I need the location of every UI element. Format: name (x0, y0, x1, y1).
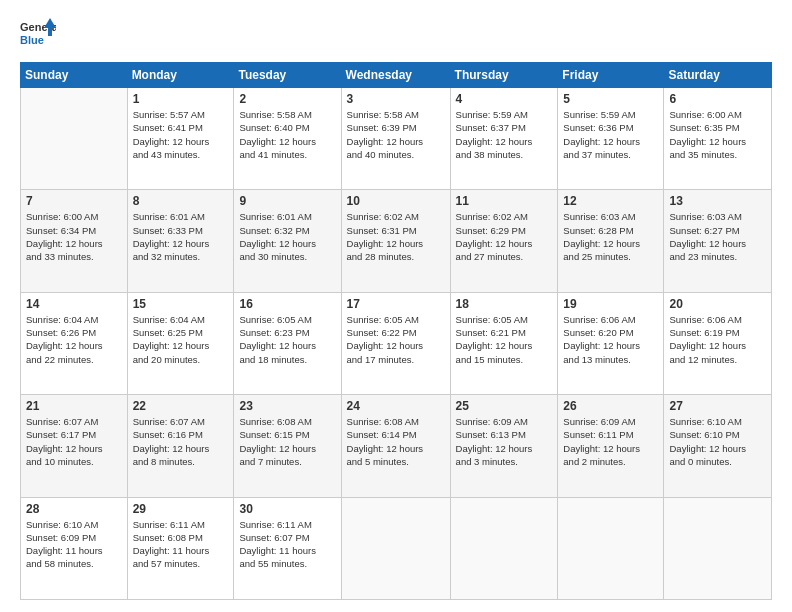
day-info: Sunrise: 6:05 AMSunset: 6:22 PMDaylight:… (347, 313, 445, 366)
day-cell: 11Sunrise: 6:02 AMSunset: 6:29 PMDayligh… (450, 190, 558, 292)
day-cell: 14Sunrise: 6:04 AMSunset: 6:26 PMDayligh… (21, 292, 128, 394)
day-number: 2 (239, 92, 335, 106)
day-number: 8 (133, 194, 229, 208)
day-cell: 12Sunrise: 6:03 AMSunset: 6:28 PMDayligh… (558, 190, 664, 292)
week-row-5: 28Sunrise: 6:10 AMSunset: 6:09 PMDayligh… (21, 497, 772, 599)
day-info: Sunrise: 6:09 AMSunset: 6:11 PMDaylight:… (563, 415, 658, 468)
day-cell: 3Sunrise: 5:58 AMSunset: 6:39 PMDaylight… (341, 88, 450, 190)
day-cell: 15Sunrise: 6:04 AMSunset: 6:25 PMDayligh… (127, 292, 234, 394)
day-number: 17 (347, 297, 445, 311)
day-cell: 8Sunrise: 6:01 AMSunset: 6:33 PMDaylight… (127, 190, 234, 292)
day-number: 21 (26, 399, 122, 413)
day-number: 28 (26, 502, 122, 516)
logo-icon: General Blue (20, 16, 56, 52)
day-cell: 28Sunrise: 6:10 AMSunset: 6:09 PMDayligh… (21, 497, 128, 599)
day-info: Sunrise: 6:06 AMSunset: 6:20 PMDaylight:… (563, 313, 658, 366)
day-cell: 25Sunrise: 6:09 AMSunset: 6:13 PMDayligh… (450, 395, 558, 497)
col-header-sunday: Sunday (21, 63, 128, 88)
day-cell: 29Sunrise: 6:11 AMSunset: 6:08 PMDayligh… (127, 497, 234, 599)
day-cell (450, 497, 558, 599)
day-info: Sunrise: 6:04 AMSunset: 6:26 PMDaylight:… (26, 313, 122, 366)
day-cell (21, 88, 128, 190)
day-info: Sunrise: 6:05 AMSunset: 6:23 PMDaylight:… (239, 313, 335, 366)
day-info: Sunrise: 6:09 AMSunset: 6:13 PMDaylight:… (456, 415, 553, 468)
day-info: Sunrise: 6:11 AMSunset: 6:08 PMDaylight:… (133, 518, 229, 571)
day-number: 24 (347, 399, 445, 413)
day-cell: 6Sunrise: 6:00 AMSunset: 6:35 PMDaylight… (664, 88, 772, 190)
day-number: 16 (239, 297, 335, 311)
week-row-3: 14Sunrise: 6:04 AMSunset: 6:26 PMDayligh… (21, 292, 772, 394)
day-cell: 4Sunrise: 5:59 AMSunset: 6:37 PMDaylight… (450, 88, 558, 190)
day-cell: 5Sunrise: 5:59 AMSunset: 6:36 PMDaylight… (558, 88, 664, 190)
day-info: Sunrise: 6:03 AMSunset: 6:27 PMDaylight:… (669, 210, 766, 263)
week-row-1: 1Sunrise: 5:57 AMSunset: 6:41 PMDaylight… (21, 88, 772, 190)
day-info: Sunrise: 6:05 AMSunset: 6:21 PMDaylight:… (456, 313, 553, 366)
day-cell: 10Sunrise: 6:02 AMSunset: 6:31 PMDayligh… (341, 190, 450, 292)
day-cell: 23Sunrise: 6:08 AMSunset: 6:15 PMDayligh… (234, 395, 341, 497)
day-cell: 19Sunrise: 6:06 AMSunset: 6:20 PMDayligh… (558, 292, 664, 394)
day-number: 5 (563, 92, 658, 106)
day-cell (341, 497, 450, 599)
day-info: Sunrise: 6:02 AMSunset: 6:31 PMDaylight:… (347, 210, 445, 263)
day-cell: 26Sunrise: 6:09 AMSunset: 6:11 PMDayligh… (558, 395, 664, 497)
day-cell: 21Sunrise: 6:07 AMSunset: 6:17 PMDayligh… (21, 395, 128, 497)
day-number: 9 (239, 194, 335, 208)
day-number: 1 (133, 92, 229, 106)
day-number: 25 (456, 399, 553, 413)
day-number: 29 (133, 502, 229, 516)
day-cell: 16Sunrise: 6:05 AMSunset: 6:23 PMDayligh… (234, 292, 341, 394)
day-cell: 22Sunrise: 6:07 AMSunset: 6:16 PMDayligh… (127, 395, 234, 497)
day-cell: 17Sunrise: 6:05 AMSunset: 6:22 PMDayligh… (341, 292, 450, 394)
col-header-saturday: Saturday (664, 63, 772, 88)
col-header-thursday: Thursday (450, 63, 558, 88)
day-number: 13 (669, 194, 766, 208)
day-cell: 9Sunrise: 6:01 AMSunset: 6:32 PMDaylight… (234, 190, 341, 292)
day-number: 10 (347, 194, 445, 208)
day-number: 18 (456, 297, 553, 311)
week-row-4: 21Sunrise: 6:07 AMSunset: 6:17 PMDayligh… (21, 395, 772, 497)
day-cell: 27Sunrise: 6:10 AMSunset: 6:10 PMDayligh… (664, 395, 772, 497)
day-info: Sunrise: 6:08 AMSunset: 6:15 PMDaylight:… (239, 415, 335, 468)
day-number: 11 (456, 194, 553, 208)
day-info: Sunrise: 6:10 AMSunset: 6:09 PMDaylight:… (26, 518, 122, 571)
day-info: Sunrise: 6:04 AMSunset: 6:25 PMDaylight:… (133, 313, 229, 366)
day-info: Sunrise: 6:00 AMSunset: 6:35 PMDaylight:… (669, 108, 766, 161)
day-info: Sunrise: 6:08 AMSunset: 6:14 PMDaylight:… (347, 415, 445, 468)
day-cell: 18Sunrise: 6:05 AMSunset: 6:21 PMDayligh… (450, 292, 558, 394)
day-cell: 1Sunrise: 5:57 AMSunset: 6:41 PMDaylight… (127, 88, 234, 190)
day-number: 3 (347, 92, 445, 106)
day-info: Sunrise: 5:57 AMSunset: 6:41 PMDaylight:… (133, 108, 229, 161)
day-info: Sunrise: 5:58 AMSunset: 6:39 PMDaylight:… (347, 108, 445, 161)
day-info: Sunrise: 6:10 AMSunset: 6:10 PMDaylight:… (669, 415, 766, 468)
day-info: Sunrise: 5:58 AMSunset: 6:40 PMDaylight:… (239, 108, 335, 161)
calendar: SundayMondayTuesdayWednesdayThursdayFrid… (20, 62, 772, 600)
svg-text:Blue: Blue (20, 34, 44, 46)
day-info: Sunrise: 6:01 AMSunset: 6:33 PMDaylight:… (133, 210, 229, 263)
day-info: Sunrise: 6:01 AMSunset: 6:32 PMDaylight:… (239, 210, 335, 263)
header: General Blue (20, 16, 772, 52)
day-info: Sunrise: 5:59 AMSunset: 6:37 PMDaylight:… (456, 108, 553, 161)
day-number: 4 (456, 92, 553, 106)
day-number: 26 (563, 399, 658, 413)
day-number: 15 (133, 297, 229, 311)
day-cell (664, 497, 772, 599)
col-header-wednesday: Wednesday (341, 63, 450, 88)
day-number: 7 (26, 194, 122, 208)
day-cell: 24Sunrise: 6:08 AMSunset: 6:14 PMDayligh… (341, 395, 450, 497)
day-info: Sunrise: 6:06 AMSunset: 6:19 PMDaylight:… (669, 313, 766, 366)
day-cell (558, 497, 664, 599)
week-row-2: 7Sunrise: 6:00 AMSunset: 6:34 PMDaylight… (21, 190, 772, 292)
day-info: Sunrise: 6:11 AMSunset: 6:07 PMDaylight:… (239, 518, 335, 571)
day-number: 6 (669, 92, 766, 106)
calendar-header-row: SundayMondayTuesdayWednesdayThursdayFrid… (21, 63, 772, 88)
col-header-tuesday: Tuesday (234, 63, 341, 88)
day-cell: 7Sunrise: 6:00 AMSunset: 6:34 PMDaylight… (21, 190, 128, 292)
day-info: Sunrise: 6:02 AMSunset: 6:29 PMDaylight:… (456, 210, 553, 263)
day-info: Sunrise: 6:07 AMSunset: 6:16 PMDaylight:… (133, 415, 229, 468)
day-cell: 2Sunrise: 5:58 AMSunset: 6:40 PMDaylight… (234, 88, 341, 190)
logo: General Blue (20, 16, 56, 52)
day-number: 12 (563, 194, 658, 208)
day-number: 27 (669, 399, 766, 413)
day-info: Sunrise: 6:00 AMSunset: 6:34 PMDaylight:… (26, 210, 122, 263)
day-info: Sunrise: 6:03 AMSunset: 6:28 PMDaylight:… (563, 210, 658, 263)
